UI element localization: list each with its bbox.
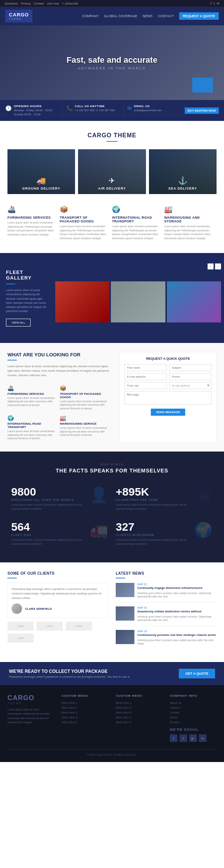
clients-column: SOME OF OUR CLIENTS Phasellenerably leve… [7, 571, 108, 653]
lf-warehousing: 🏭 WAREHOUSING SERVICE Lorem ipsum dolor … [60, 413, 112, 443]
footer-company-link-1[interactable]: About Us [170, 701, 217, 705]
footer-menu-link-2-4[interactable]: Menu Item 4 [116, 716, 162, 719]
footer-linkedin-icon[interactable]: in [199, 734, 206, 742]
ground-label: GROUND DELIVERY [22, 187, 60, 190]
nav-coverage[interactable]: GLOBAL COVERAGE [104, 14, 137, 18]
footer-facebook-icon[interactable]: f [170, 734, 177, 742]
facts-title: THE FACTS SPEAKS FOR THEMSELVES [7, 468, 217, 474]
logo[interactable]: CARGO THEME [5, 10, 32, 22]
footer-company-link-5[interactable]: Privacy [170, 721, 217, 724]
footer-company-link-3[interactable]: Contact [170, 711, 217, 714]
topbar-link[interactable]: Privacy [21, 2, 31, 5]
firstname-input[interactable] [124, 364, 167, 371]
testimonial-text: Phasellenerably leverage other's pandemi… [12, 587, 104, 600]
form-row-name-subject [124, 364, 212, 371]
phone-input[interactable] [169, 373, 212, 380]
footer-menu-link-2-3[interactable]: Menu Item 3 [116, 711, 162, 714]
send-message-button[interactable]: Send message [151, 409, 185, 416]
news-content-3: MAR 18 Continuously promote real time st… [137, 630, 217, 646]
footer-menu-link-2-5[interactable]: Menu Item 5 [116, 721, 162, 724]
feature-packaged: 📦 TRANSPORT OF PACKAGED GOODS Lorem ipsu… [60, 205, 112, 246]
ground-delivery-card[interactable]: 🚚 GROUND DELIVERY [7, 149, 75, 194]
email-input[interactable] [124, 373, 167, 380]
facebook-icon[interactable]: f [211, 1, 212, 5]
fromcity-input[interactable] [124, 382, 167, 389]
nav-contact[interactable]: CONTACT [158, 14, 174, 18]
forwarding-icon: 🚢 [7, 205, 56, 213]
news-item-2[interactable]: MAR 20 Seamlessly initiate distinctive n… [116, 606, 217, 626]
fleet-prev-button[interactable]: ‹ [208, 263, 214, 269]
fact-clients-label: CLIENTS WORLDWIDE [116, 533, 190, 537]
news-content-2: MAR 20 Seamlessly initiate distinctive n… [137, 606, 217, 622]
footer-menu-link-2-2[interactable]: Menu Item 2 [116, 706, 162, 709]
footer-company-link-2[interactable]: Careers [170, 706, 217, 709]
fact-km-text: Lorem ipsum dolor sit amet consectetur a… [116, 503, 194, 511]
footer-company-link-4[interactable]: Terms [170, 716, 217, 719]
nav-company[interactable]: COMPANY [82, 14, 99, 18]
footer-menu-link-1-4[interactable]: Menu Item 4 [62, 716, 108, 719]
sea-delivery-card[interactable]: ⚓ SEA DELIVERY [149, 149, 217, 194]
fleet-view-all-button[interactable]: VIEW ALL [6, 319, 31, 327]
lf-packaged-title: TRANSPORT OF PACKAGED GOODS [60, 392, 108, 399]
footer-google-icon[interactable]: g+ [189, 734, 197, 742]
hero-subtitle: ANYWHERE IN THE WORLD [66, 66, 157, 70]
top-bar: Questions Privacy Contact Join now ☆ joh… [0, 0, 224, 7]
topbar-link[interactable]: Contact [34, 2, 44, 5]
footer-menu-link-1-3[interactable]: Menu Item 3 [62, 711, 108, 714]
footer-top: CARGO THEME Lorem ipsum dolor sit amet c… [7, 694, 217, 742]
lf-international-title: INTERNATIONAL ROAD TRANSPORT [7, 422, 56, 429]
news-divider [116, 578, 125, 578]
info-hours: 🕐 OPENING HOURS Monday - Friday: 09:00 -… [5, 104, 63, 116]
fleet-next-button[interactable]: › [215, 263, 221, 269]
lf-forwarding: 🚢 FORWARDING SERVICES Lorem ipsum dolor … [7, 383, 60, 413]
cta-button[interactable]: GET A QUOTE [179, 669, 215, 678]
message-textarea[interactable] [124, 391, 212, 405]
news-text-2: Holisticly grow other's product value ad… [137, 615, 217, 622]
author-avatar [12, 603, 22, 614]
buy-now-button[interactable]: BUY $49/ITEM NOW [185, 107, 219, 114]
looking-divider [7, 360, 17, 360]
air-delivery-card[interactable]: ✈ AIR DELIVERY [78, 149, 146, 194]
info-email-label: EMAIL US [134, 104, 162, 108]
footer-menu-col-2: CUSTOM MENU Menu Item 1 Menu Item 2 Menu… [116, 694, 162, 742]
clock-icon: 🕐 [5, 105, 12, 111]
footer-company-title: COMPANY INFO [170, 694, 217, 697]
international-icon: 🌍 [112, 205, 161, 213]
news-item-1[interactable]: MAR 22 Continually engage distinctive in… [116, 583, 217, 603]
tocity-select[interactable]: To city (select) [169, 382, 212, 389]
footer-menu-link-1-2[interactable]: Menu Item 2 [62, 706, 108, 709]
news-title-2: Seamlessly initiate distinctive niches w… [137, 610, 217, 613]
footer-menu-link-1-5[interactable]: Menu Item 5 [62, 721, 108, 724]
fact-employees-text: Lorem ipsum dolor sit amet consectetur a… [11, 503, 86, 511]
footer-menu-link-2-1[interactable]: Menu Item 1 [116, 701, 162, 705]
linkedin-icon[interactable]: in [217, 1, 220, 5]
fact-clients-text: Lorem ipsum dolor sit amet consectetur a… [116, 538, 190, 546]
logo-text: CARGO [9, 12, 29, 18]
cta-section: WE'RE READY TO COLLECT YOUR PACKAGE Phas… [0, 662, 224, 685]
topbar-link[interactable]: Join now [47, 2, 59, 5]
hero-accent-box [192, 78, 213, 93]
forwarding-title: FORWARDING SERVICES [7, 216, 56, 219]
news-item-3[interactable]: MAR 18 Continuously promote real time st… [116, 630, 217, 649]
request-quote-button[interactable]: REQUEST A QUOTE [179, 12, 219, 20]
quote-form: REQUEST A QUICK QUOTE To city (select) S… [119, 352, 217, 443]
fleet-image-transport [111, 281, 165, 322]
fact-fleet: 564 FLEET SIZE Lorem ipsum dolor sit ame… [7, 516, 112, 551]
footer-social-title: WE'RE SOCIAL [170, 728, 217, 731]
twitter-icon[interactable]: t [214, 1, 215, 5]
lf-packaged-icon: 📦 [60, 385, 108, 391]
footer-twitter-icon[interactable]: t [180, 734, 187, 742]
footer-menu-link-1-1[interactable]: Menu Item 1 [62, 701, 108, 705]
looking-features: 🚢 FORWARDING SERVICES Lorem ipsum dolor … [7, 383, 112, 443]
footer-social-icons: f t g+ in [170, 734, 217, 742]
topbar-link[interactable]: Questions [4, 2, 18, 5]
looking-left: WHAT ARE YOU LOOKING FOR Lorem ipsum dol… [7, 352, 112, 443]
footer-menu-title-1: CUSTOM MENU [62, 694, 108, 697]
cargo-theme-section: CARGO THEME [0, 121, 224, 142]
fleet-divider [6, 284, 15, 284]
topbar-link[interactable]: ☆ johnsmith [62, 2, 78, 5]
facts-label: OUR STATS [7, 463, 217, 466]
clients-news-section: SOME OF OUR CLIENTS Phasellenerably leve… [0, 562, 224, 662]
nav-news[interactable]: NEWS [143, 14, 153, 18]
subject-input[interactable] [169, 364, 212, 371]
